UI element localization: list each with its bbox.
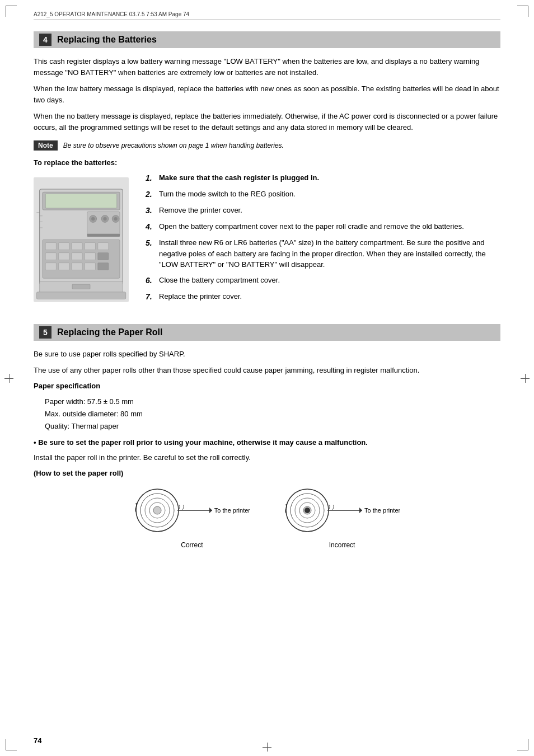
corner-mark-tl <box>6 6 17 17</box>
step-2-text: Turn the mode switch to the REG position… <box>159 189 500 200</box>
step-2-num: 2. <box>146 189 157 200</box>
paper-specs: Paper width: 57.5 ± 0.5 mm Max. outside … <box>45 396 500 433</box>
section-5: 5 Replacing the Paper Roll Be sure to us… <box>34 324 500 549</box>
svg-rect-23 <box>45 263 56 270</box>
svg-marker-51 <box>359 508 362 513</box>
step-1: 1. Make sure that the cash register is p… <box>146 172 500 184</box>
svg-marker-41 <box>209 508 212 513</box>
spec-heading: Paper specification <box>34 382 500 390</box>
page-header: A212_5 OPERATOR MAINTENANCE 03.7.5 7:53 … <box>34 11 500 20</box>
section-5-number: 5 <box>39 326 51 339</box>
step-3: 3. Remove the printer cover. <box>146 205 500 217</box>
svg-rect-15 <box>72 243 82 250</box>
crosshair-right <box>521 374 530 383</box>
step-5-num: 5. <box>146 237 157 270</box>
replace-batteries-heading: To replace the batteries: <box>34 158 500 167</box>
cash-register-image <box>34 172 129 307</box>
svg-rect-16 <box>85 243 95 250</box>
section-4-number: 4 <box>39 34 51 46</box>
svg-rect-20 <box>72 253 82 260</box>
roll-incorrect-visual: ) ) To the printer <box>284 485 400 536</box>
step-3-text: Remove the printer cover. <box>159 205 500 217</box>
step-5: 5. Install three new R6 or LR6 batteries… <box>146 237 500 270</box>
crosshair-bottom <box>263 743 271 752</box>
step-6: 6. Close the battery compartment cover. <box>146 275 500 287</box>
step-6-num: 6. <box>146 275 157 287</box>
correct-label: Correct <box>181 541 203 549</box>
note-label: Note <box>34 140 58 151</box>
svg-point-6 <box>91 217 95 220</box>
crosshair-left <box>4 374 13 383</box>
note-text: Be sure to observe precautions shown on … <box>63 140 284 151</box>
corner-mark-bl <box>6 739 17 750</box>
svg-rect-17 <box>98 243 109 250</box>
spec-1: Paper width: 57.5 ± 0.5 mm <box>45 396 500 408</box>
section4-para1: This cash register displays a low batter… <box>34 56 500 78</box>
svg-point-10 <box>114 217 117 220</box>
svg-rect-21 <box>85 253 95 260</box>
section-5-header: 5 Replacing the Paper Roll <box>34 324 500 341</box>
section4-para2: When the low battery message is displaye… <box>34 83 500 105</box>
section5-use-warning: The use of any other paper rolls other t… <box>34 365 500 376</box>
svg-point-39 <box>153 506 161 514</box>
corner-mark-tr <box>517 6 528 17</box>
step-6-text: Close the battery compartment cover. <box>159 275 500 287</box>
how-to-label: (How to set the paper roll) <box>34 469 500 477</box>
svg-rect-24 <box>59 263 69 270</box>
svg-rect-18 <box>45 253 56 260</box>
svg-rect-22 <box>98 253 109 260</box>
to-printer-2: To the printer <box>364 507 400 514</box>
section-5-title: Replacing the Paper Roll <box>57 327 162 337</box>
steps-list: 1. Make sure that the cash register is p… <box>146 172 500 307</box>
step-1-num: 1. <box>146 172 157 184</box>
install-note: Install the paper roll in the printer. B… <box>34 452 500 463</box>
spec-2: Max. outside diameter: 80 mm <box>45 408 500 420</box>
svg-rect-19 <box>59 253 69 260</box>
svg-text:): ) <box>332 504 334 510</box>
step-7-text: Replace the printer cover. <box>159 291 500 303</box>
step-7-num: 7. <box>146 291 157 303</box>
section-4: 4 Replacing the Batteries This cash regi… <box>34 31 500 307</box>
svg-text:): ) <box>182 504 184 510</box>
page: A212_5 OPERATOR MAINTENANCE 03.7.5 7:53 … <box>0 0 534 756</box>
step-3-num: 3. <box>146 205 157 217</box>
svg-point-8 <box>103 217 106 220</box>
roll-correct-visual: ) ) To the printer <box>134 485 250 536</box>
to-printer-1: To the printer <box>214 507 250 514</box>
step-4-text: Open the battery compartment cover next … <box>159 221 500 233</box>
spec-3: Quality: Thermal paper <box>45 420 500 433</box>
step-4-num: 4. <box>146 221 157 233</box>
svg-rect-3 <box>45 194 117 208</box>
svg-text:): ) <box>328 504 330 510</box>
svg-point-49 <box>305 508 310 513</box>
roll-correct: ) ) To the printer Correct <box>134 485 250 549</box>
note-box: Note Be sure to observe precautions show… <box>34 140 500 151</box>
svg-rect-30 <box>36 292 125 299</box>
section5-intro: Be sure to use paper rolls specified by … <box>34 349 500 360</box>
step-2: 2. Turn the mode switch to the REG posit… <box>146 189 500 200</box>
page-number: 74 <box>34 736 41 745</box>
roll-diagram: ) ) To the printer Correct <box>34 485 500 549</box>
section-4-header: 4 Replacing the Batteries <box>34 31 500 48</box>
svg-rect-27 <box>98 263 109 270</box>
svg-rect-26 <box>85 263 95 270</box>
step-1-text: Make sure that the cash register is plug… <box>159 172 500 184</box>
bold-warning: • Be sure to set the paper roll prior to… <box>34 437 500 448</box>
incorrect-label: Incorrect <box>329 541 355 549</box>
svg-text:): ) <box>178 504 180 510</box>
header-text: A212_5 OPERATOR MAINTENANCE 03.7.5 7:53 … <box>34 11 189 17</box>
svg-rect-11 <box>87 234 120 237</box>
section4-para3: When the no battery message is displayed… <box>34 111 500 133</box>
step-7: 7. Replace the printer cover. <box>146 291 500 303</box>
svg-rect-29 <box>72 284 90 289</box>
corner-mark-br <box>517 739 528 750</box>
svg-rect-14 <box>59 243 69 250</box>
svg-rect-13 <box>45 243 56 250</box>
svg-rect-25 <box>72 263 82 270</box>
replace-layout: 1. Make sure that the cash register is p… <box>34 172 500 307</box>
step-5-text: Install three new R6 or LR6 batteries ("… <box>159 237 500 270</box>
step-4: 4. Open the battery compartment cover ne… <box>146 221 500 233</box>
roll-incorrect: ) ) To the printer Incorrect <box>284 485 400 549</box>
section-4-title: Replacing the Batteries <box>57 35 157 45</box>
